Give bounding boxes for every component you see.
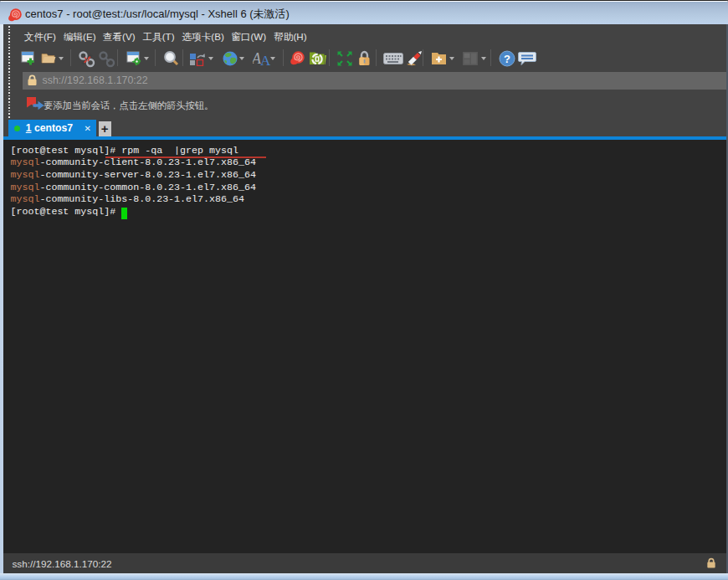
svg-text:?: ?	[504, 53, 510, 65]
